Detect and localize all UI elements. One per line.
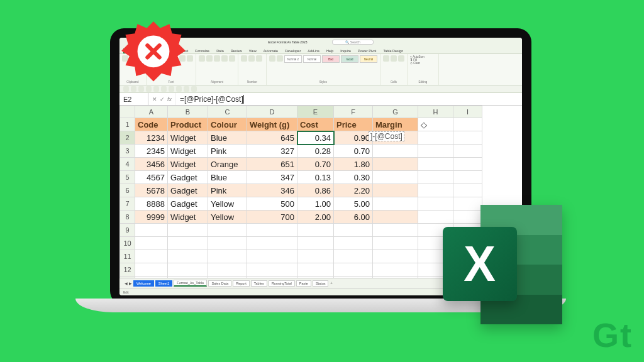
cell[interactable]: Widget xyxy=(168,145,208,158)
cell[interactable] xyxy=(453,171,482,184)
cell[interactable]: Yellow xyxy=(208,197,247,211)
sheet-nav-next-icon[interactable]: ▶ xyxy=(129,282,132,285)
cell[interactable]: 3456 xyxy=(135,158,168,171)
row-header[interactable]: 8 xyxy=(120,211,135,224)
font-color-icon[interactable] xyxy=(187,55,193,62)
col-header[interactable]: G xyxy=(373,106,418,118)
tab-review[interactable]: Review xyxy=(230,48,243,53)
format-as-table-icon[interactable] xyxy=(277,55,283,62)
cell[interactable] xyxy=(373,158,418,171)
cell[interactable] xyxy=(418,171,453,184)
cell[interactable]: ◇ xyxy=(418,118,453,131)
qat-icon[interactable] xyxy=(191,86,197,92)
cell[interactable] xyxy=(373,197,418,211)
tab-formulas[interactable]: Formulas xyxy=(194,48,211,53)
tab-help[interactable]: Help xyxy=(325,48,335,53)
cell[interactable] xyxy=(334,250,373,263)
cell[interactable]: 700 xyxy=(247,211,297,224)
style-normal[interactable]: Normal xyxy=(303,55,321,63)
cell[interactable]: 651 xyxy=(247,158,297,171)
cell[interactable]: 5.00 xyxy=(334,197,373,211)
cell[interactable] xyxy=(135,263,168,277)
row-header[interactable]: 10 xyxy=(120,237,135,250)
sheet-tab[interactable]: RunningTotal xyxy=(269,280,295,287)
cell[interactable]: Pink xyxy=(208,184,247,197)
cell[interactable]: 0.70 xyxy=(297,158,334,171)
cell[interactable]: Gadget xyxy=(168,184,208,197)
cell[interactable]: 346 xyxy=(247,184,297,197)
cell[interactable]: 6.00 xyxy=(334,211,373,224)
cell[interactable]: Yellow xyxy=(208,211,247,224)
row-header[interactable]: 1 xyxy=(120,118,135,131)
fx-icon[interactable]: fx xyxy=(167,96,172,102)
col-header[interactable]: C xyxy=(208,106,247,118)
align-center-icon[interactable] xyxy=(206,55,213,62)
cell[interactable]: Blue xyxy=(208,131,247,145)
col-header[interactable]: F xyxy=(334,106,373,118)
col-header[interactable]: H xyxy=(418,106,453,118)
qat-icon[interactable] xyxy=(169,86,174,92)
qat-icon[interactable] xyxy=(153,86,159,92)
new-sheet-icon[interactable]: ＋ xyxy=(330,281,333,285)
sheet-tab[interactable]: Sheet1 xyxy=(155,280,172,287)
cell[interactable]: 347 xyxy=(247,171,297,184)
table-header-cell[interactable]: Margin xyxy=(373,118,418,131)
table-header-cell[interactable]: Code xyxy=(135,118,168,131)
cell[interactable] xyxy=(208,277,247,278)
cell[interactable] xyxy=(453,184,482,197)
cell[interactable] xyxy=(373,131,418,145)
tab-inquire[interactable]: Inquire xyxy=(339,48,352,53)
sheet-tab[interactable]: Tables xyxy=(251,280,267,287)
cell[interactable]: Orange xyxy=(208,158,247,171)
qat-icon[interactable] xyxy=(146,86,152,92)
formula-input[interactable]: =[@Price]-[@Cost] xyxy=(176,95,522,104)
cell[interactable]: Widget xyxy=(168,158,208,171)
style-normal2[interactable]: Normal 2 xyxy=(284,55,302,63)
tab-addins[interactable]: Add-ins xyxy=(306,48,321,53)
cell[interactable] xyxy=(247,224,297,237)
cell[interactable]: Gadget xyxy=(168,197,208,211)
cancel-icon[interactable]: ✕ xyxy=(152,96,157,102)
insert-cells-icon[interactable] xyxy=(383,55,389,62)
cell[interactable]: 0.70 xyxy=(334,145,373,158)
cell[interactable] xyxy=(418,145,453,158)
row-header[interactable]: 13 xyxy=(120,277,135,278)
cell[interactable] xyxy=(208,224,247,237)
table-header-cell[interactable]: Colour xyxy=(208,118,247,131)
cell[interactable]: 1.80 xyxy=(334,158,373,171)
cell[interactable] xyxy=(208,250,247,263)
style-neutral[interactable]: Neutral xyxy=(360,55,377,63)
cell[interactable] xyxy=(297,263,334,277)
tab-data[interactable]: Data xyxy=(215,48,225,53)
merge-icon[interactable] xyxy=(229,55,235,62)
cell[interactable] xyxy=(247,277,297,278)
row-header[interactable]: 3 xyxy=(120,145,135,158)
sheet-nav-prev-icon[interactable]: ◀ xyxy=(125,282,128,285)
sheet-tab[interactable]: Welcome xyxy=(133,280,154,287)
cell[interactable] xyxy=(373,211,418,224)
sheet-tab[interactable]: Sales Data xyxy=(208,280,231,287)
comma-icon[interactable] xyxy=(256,55,262,62)
cell[interactable]: 8888 xyxy=(135,197,168,211)
cell[interactable] xyxy=(297,250,334,263)
qat-icon[interactable] xyxy=(184,86,189,92)
cell[interactable] xyxy=(168,224,208,237)
cell[interactable]: 0.28 xyxy=(297,145,334,158)
cell[interactable]: Widget xyxy=(168,131,208,145)
cell[interactable] xyxy=(168,277,208,278)
cell[interactable]: 645 xyxy=(247,131,297,145)
sheet-tab[interactable]: Format_As_Table xyxy=(174,280,207,287)
cell[interactable]: 0.34 xyxy=(297,131,334,145)
tab-developer[interactable]: Developer xyxy=(284,48,302,53)
cell[interactable] xyxy=(208,263,247,277)
cell[interactable] xyxy=(418,184,453,197)
table-header-cell[interactable]: Cost xyxy=(297,118,334,131)
cell[interactable]: 0.86 xyxy=(297,184,334,197)
cell[interactable] xyxy=(373,277,418,278)
cell[interactable]: 2345 xyxy=(135,145,168,158)
cell[interactable] xyxy=(373,145,418,158)
cell[interactable]: 0.30 xyxy=(334,171,373,184)
enter-icon[interactable]: ✓ xyxy=(160,96,165,102)
align-left-icon[interactable] xyxy=(199,55,205,62)
delete-cells-icon[interactable] xyxy=(391,55,397,62)
